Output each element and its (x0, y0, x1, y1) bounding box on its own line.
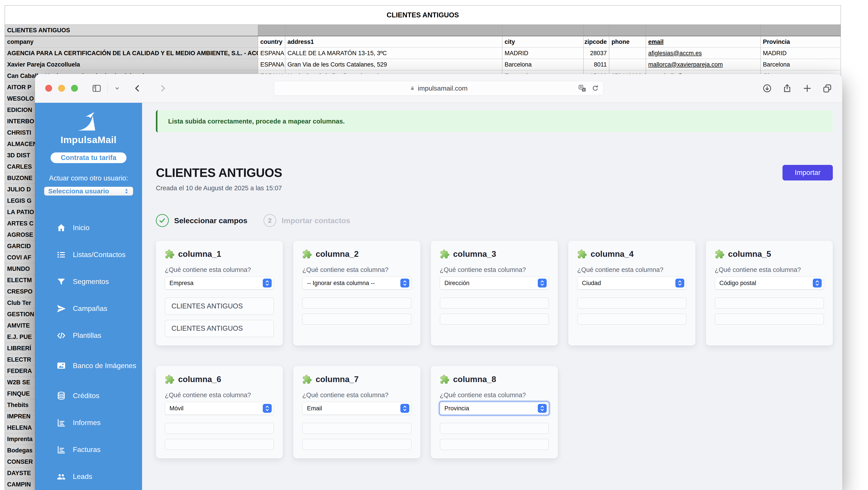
band-cell-zipcode[interactable] (584, 25, 609, 36)
band-cell-city[interactable] (502, 25, 584, 36)
column-type-select-columna_6[interactable]: Móvil (165, 402, 274, 415)
forward-icon[interactable] (158, 84, 168, 93)
sheet-row: AGENCIA PARA LA CERTIFICACIÓN DE LA CALI… (5, 47, 841, 59)
url-field[interactable]: impulsamail.com x A (274, 81, 603, 96)
contract-plan-button[interactable]: Contrata tu tarifa (51, 153, 127, 163)
email-link[interactable]: mallorca@xavierpareja.com (648, 61, 723, 68)
email-link[interactable]: afiglesias@accm.es (648, 50, 702, 57)
band-cell-country[interactable] (258, 25, 285, 36)
sidebar-item-segmentos[interactable]: Segmentos (56, 268, 142, 295)
close-button[interactable] (45, 85, 52, 92)
sidebar-item-inicio[interactable]: Inicio (56, 214, 142, 241)
header-cell-city[interactable]: city (502, 36, 584, 47)
column-type-select-columna_2[interactable]: -- Ignorar esta columna -- (302, 276, 411, 290)
cell-Provincia[interactable]: MADRID (761, 47, 841, 59)
puzzle-icon (715, 249, 724, 259)
sidebar-item-informes[interactable]: Informes (56, 409, 142, 436)
coins-icon (56, 391, 66, 401)
cell-company[interactable]: AGENCIA PARA LA CERTIFICACIÓN DE LA CALI… (5, 47, 258, 59)
cell-country[interactable]: ESPANA (258, 59, 285, 70)
url-text: impulsamail.com (418, 85, 467, 92)
cell-email[interactable]: afiglesias@accm.es (646, 47, 761, 59)
sidebar-item-cr-ditos[interactable]: Créditos (56, 382, 142, 409)
sample-value (715, 314, 824, 325)
cell-email[interactable]: mallorca@xavierpareja.com (646, 59, 761, 70)
email-link[interactable]: email (648, 38, 663, 45)
column-type-select-columna_1[interactable]: Empresa (165, 276, 274, 290)
user-select[interactable]: Selecciona usuario (44, 187, 133, 196)
column-card-columna_5: columna_5 ¿Qué contiene esta columna? Có… (706, 241, 833, 346)
chevron-down-icon[interactable] (113, 84, 121, 93)
sidebar-item-banco-de-im-genes[interactable]: Banco de Imágenes (56, 349, 142, 382)
cell-city[interactable]: Barcelona (502, 59, 584, 70)
cell-phone[interactable] (609, 59, 646, 70)
header-cell-country[interactable]: country (258, 36, 285, 47)
import-button[interactable]: Importar (782, 165, 833, 181)
cell-country[interactable]: ESPANA (258, 47, 285, 59)
cell-address1[interactable]: CALLE DE LA MARATÓN 13-15, 3ºC (285, 47, 502, 59)
cell-Provincia[interactable]: Barcelona (761, 59, 841, 70)
sidebar-item-listas-contactos[interactable]: Listas/Contactos (56, 241, 142, 268)
impersonate-label: Actuar como otro usuario: (49, 174, 128, 182)
select-stepper-icon (538, 279, 547, 288)
new-tab-icon[interactable] (802, 84, 812, 93)
sidebar-toggle-icon[interactable] (92, 84, 101, 93)
column-type-select-columna_5[interactable]: Código postal (715, 276, 824, 290)
column-name: columna_1 (178, 250, 221, 259)
column-type-select-columna_4[interactable]: Ciudad (577, 276, 686, 290)
column-type-select-columna_7[interactable]: Email (302, 402, 411, 415)
back-icon[interactable] (132, 84, 142, 93)
header-cell-address1[interactable]: address1 (285, 36, 502, 47)
column-question: ¿Qué contiene esta columna? (165, 266, 274, 273)
reload-icon[interactable] (591, 84, 599, 92)
cell-zipcode[interactable]: 28037 (584, 47, 609, 59)
funnel-icon (56, 277, 66, 287)
select-stepper-icon (400, 279, 409, 288)
main-content: Lista subida correctamente, procede a ma… (142, 103, 842, 490)
header-cell-email[interactable]: email (646, 36, 761, 47)
column-question: ¿Qué contiene esta columna? (302, 391, 411, 399)
tab-overview-icon[interactable] (823, 84, 832, 93)
sample-value (302, 423, 411, 434)
sample-value: CLIENTES ANTIGUOS (165, 297, 274, 315)
cell-phone[interactable] (609, 47, 646, 59)
traffic-lights (45, 85, 78, 92)
band-cell-phone[interactable] (609, 25, 646, 36)
cell-address1[interactable]: Gran Via de les Corts Catalanes, 529 (285, 59, 502, 70)
svg-text:A: A (580, 85, 582, 89)
sidebar-item-leads[interactable]: Leads (56, 463, 142, 490)
sidebar-item-facturas[interactable]: Facturas (56, 436, 142, 463)
translate-icon[interactable]: x A (578, 84, 587, 93)
sheet-row: companycountryaddress1cityzipcodephoneem… (5, 36, 841, 47)
header-cell-Provincia[interactable]: Provincia (761, 36, 841, 47)
column-name: columna_3 (453, 250, 496, 259)
home-icon (56, 223, 66, 233)
sample-value (302, 314, 411, 325)
puzzle-icon (165, 249, 175, 259)
column-card-columna_8: columna_8 ¿Qué contiene esta columna? Pr… (431, 366, 558, 458)
sidebar-item-plantillas[interactable]: Plantillas (56, 322, 142, 349)
sample-value (440, 423, 549, 434)
band-cell-Provincia[interactable] (761, 25, 841, 36)
band-cell-email[interactable] (646, 25, 761, 36)
band-cell-company[interactable]: CLIENTES ANTIGUOS (5, 25, 258, 36)
column-type-select-columna_3[interactable]: Dirección (440, 276, 549, 290)
downloads-icon[interactable] (762, 84, 772, 93)
band-cell-address1[interactable] (285, 25, 502, 36)
select-value: Ciudad (582, 280, 601, 287)
cell-zipcode[interactable]: 8011 (584, 59, 609, 70)
select-stepper-icon (400, 404, 409, 413)
zoom-button[interactable] (71, 85, 78, 92)
cell-city[interactable]: MADRID (502, 47, 584, 59)
column-question: ¿Qué contiene esta columna? (577, 266, 686, 273)
share-icon[interactable] (782, 84, 792, 93)
header-cell-phone[interactable]: phone (609, 36, 646, 47)
column-question: ¿Qué contiene esta columna? (715, 266, 824, 273)
sidebar-item-campa-as[interactable]: Campañas (56, 295, 142, 322)
cell-company[interactable]: Xavier Pareja Cozcolluela (5, 59, 258, 70)
column-type-select-columna_8[interactable]: Provincia (440, 402, 549, 415)
minimize-button[interactable] (58, 85, 65, 92)
header-cell-zipcode[interactable]: zipcode (584, 36, 609, 47)
header-cell-company[interactable]: company (5, 36, 258, 47)
select-stepper-icon (538, 404, 547, 413)
